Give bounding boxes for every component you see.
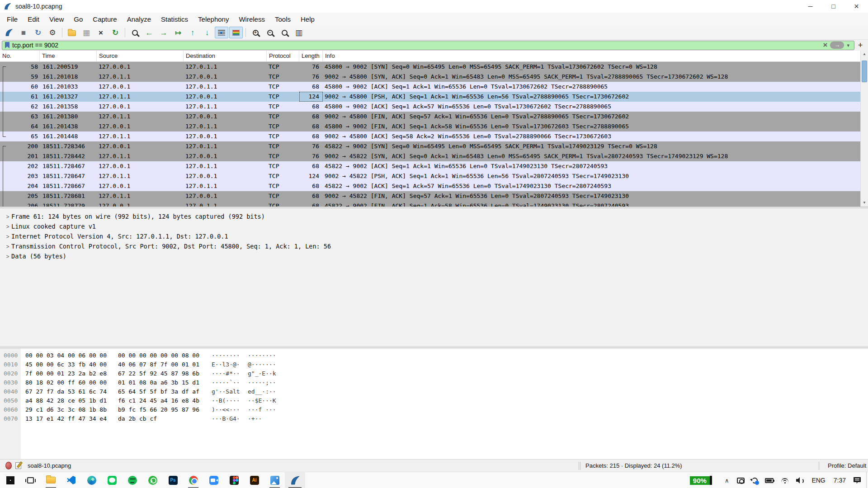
taskbar-spotify[interactable]: [122, 472, 142, 488]
go-to-packet-button[interactable]: ↦: [171, 27, 185, 38]
packet-row-202[interactable]: 20218511.728467127.0.0.1127.0.1.1TCP6845…: [0, 161, 860, 171]
go-first-packet-button[interactable]: ↑: [186, 27, 199, 38]
filter-clear-icon[interactable]: ×: [821, 41, 830, 50]
column-header-no[interactable]: No.: [0, 51, 40, 61]
packet-row-62[interactable]: 62161.201358127.0.0.1127.0.1.1TCP6845800…: [0, 102, 860, 112]
find-packet-button[interactable]: [128, 27, 142, 38]
detail-line-3[interactable]: >Transmission Control Protocol, Src Port…: [0, 241, 868, 251]
colorize-packets-button[interactable]: [229, 27, 243, 38]
zoom-reset-button[interactable]: [278, 27, 291, 38]
language-indicator[interactable]: ENG: [811, 477, 825, 484]
packet-row-206[interactable]: 20618511.728779127.0.0.1127.0.1.1TCP6845…: [0, 201, 860, 206]
menu-statistics[interactable]: Statistics: [156, 13, 193, 26]
status-profile[interactable]: Profile: Default: [828, 462, 866, 469]
taskbar-photos[interactable]: [264, 472, 285, 488]
capture-options-button[interactable]: ⚙: [46, 27, 59, 38]
menu-help[interactable]: Help: [296, 13, 320, 26]
detail-line-2[interactable]: >Internet Protocol Version 4, Src: 127.0…: [0, 231, 868, 241]
menu-go[interactable]: Go: [69, 13, 88, 26]
packet-row-63[interactable]: 63161.201380127.0.1.1127.0.0.1TCP689002 …: [0, 112, 860, 122]
close-button[interactable]: ×: [845, 0, 868, 13]
hex-row-0000[interactable]: 000000 00 03 04 00 06 00 0000 00 00 00 0…: [0, 351, 868, 360]
resize-columns-button[interactable]: ▥: [292, 27, 306, 38]
battery-percent-badge[interactable]: 90%: [690, 476, 710, 485]
open-file-button[interactable]: [65, 27, 79, 38]
go-last-packet-button[interactable]: ↓: [200, 27, 214, 38]
filter-bookmark-icon[interactable]: [5, 42, 9, 48]
restart-capture-button[interactable]: ↻: [31, 27, 45, 38]
packet-row-200[interactable]: 20018511.728346127.0.0.1127.0.1.1TCP7645…: [0, 141, 860, 151]
menu-view[interactable]: View: [44, 13, 69, 26]
taskbar-chrome[interactable]: [183, 472, 203, 488]
clock[interactable]: 7:37: [834, 477, 846, 484]
taskbar-figma[interactable]: [224, 472, 244, 488]
save-file-button[interactable]: ▦: [80, 27, 93, 38]
menu-telephony[interactable]: Telephony: [193, 13, 234, 26]
packet-row-205[interactable]: 20518511.728681127.0.1.1127.0.0.1TCP6890…: [0, 191, 860, 201]
packet-row-61[interactable]: 61161.201327127.0.1.1127.0.0.1TCP1249002…: [0, 92, 860, 102]
expander-icon[interactable]: >: [4, 212, 11, 222]
taskbar-whatsapp[interactable]: [142, 472, 163, 488]
column-header-length[interactable]: Length: [299, 51, 323, 61]
zoom-in-button[interactable]: +: [249, 27, 262, 38]
expert-info-icon[interactable]: [5, 462, 12, 469]
action-center-icon[interactable]: [854, 477, 861, 484]
column-header-info[interactable]: Info: [323, 51, 860, 61]
packet-row-201[interactable]: 20118511.728442127.0.1.1127.0.0.1TCP7690…: [0, 151, 860, 161]
taskbar-line[interactable]: [102, 472, 122, 488]
taskbar-task-view[interactable]: [20, 472, 41, 488]
title-bar[interactable]: soal8-10.pcapng ─ □ ×: [0, 0, 868, 13]
packet-row-59[interactable]: 59161.201018127.0.1.1127.0.0.1TCP769002 …: [0, 72, 860, 82]
hex-row-0070[interactable]: 007013 17 e1 42 ff 47 34 e4da 2b cb cf··…: [0, 414, 868, 423]
zoom-out-button[interactable]: −: [263, 27, 277, 38]
menu-file[interactable]: File: [2, 13, 23, 26]
hex-row-0010[interactable]: 001045 00 00 6c 33 fb 40 0040 06 07 8f 7…: [0, 360, 868, 369]
packet-list-scrollbar[interactable]: ▲ ▼: [860, 51, 868, 206]
reload-file-button[interactable]: ↻: [108, 27, 122, 38]
hex-row-0040[interactable]: 004067 27 f7 da 53 61 6c 7465 64 5f 5f b…: [0, 387, 868, 396]
menu-wireless[interactable]: Wireless: [234, 13, 270, 26]
menu-analyze[interactable]: Analyze: [122, 13, 156, 26]
close-file-button[interactable]: ×: [94, 27, 108, 38]
filter-add-button[interactable]: +: [854, 41, 866, 50]
expander-icon[interactable]: >: [4, 252, 11, 262]
display-filter-input[interactable]: tcp.port == 9002 × → ▾: [2, 41, 854, 50]
taskbar-photoshop[interactable]: Ps: [163, 472, 183, 488]
filter-expression[interactable]: tcp.port == 9002: [12, 42, 821, 49]
detail-line-1[interactable]: >Linux cooked capture v1: [0, 221, 868, 231]
filter-apply-button[interactable]: →: [830, 42, 844, 49]
expander-icon[interactable]: >: [4, 242, 11, 252]
taskbar-illustrator[interactable]: Ai: [244, 472, 264, 488]
column-header-destination[interactable]: Destination: [184, 51, 267, 61]
packet-row-204[interactable]: 20418511.728667127.0.0.1127.0.1.1TCP6845…: [0, 181, 860, 191]
packet-row-64[interactable]: 64161.201438127.0.0.1127.0.1.1TCP6845800…: [0, 122, 860, 131]
wifi-icon[interactable]: [781, 478, 789, 483]
taskbar-file-explorer[interactable]: [41, 472, 61, 488]
packet-row-60[interactable]: 60161.201033127.0.0.1127.0.1.1TCP6845800…: [0, 82, 860, 92]
taskbar-start[interactable]: [0, 472, 20, 488]
taskbar-zoom[interactable]: [203, 472, 224, 488]
start-capture-button[interactable]: [2, 27, 16, 38]
go-forward-button[interactable]: →: [157, 27, 170, 38]
hex-row-0050[interactable]: 0050a4 88 42 28 ce 05 1b d1f6 c1 24 45 a…: [0, 396, 868, 405]
capture-comment-icon[interactable]: [15, 462, 21, 469]
maximize-button[interactable]: □: [822, 0, 845, 13]
sync-status-icon[interactable]: [752, 478, 758, 483]
hex-row-0020[interactable]: 00207f 00 00 01 23 2a b2 e867 22 5f 92 4…: [0, 369, 868, 378]
battery-icon[interactable]: [765, 478, 774, 483]
hex-row-0030[interactable]: 003080 18 02 00 ff 60 00 0001 01 08 0a a…: [0, 378, 868, 387]
packet-row-65[interactable]: 65161.201448127.0.1.1127.0.0.1TCP689002 …: [0, 131, 860, 141]
hex-row-0060[interactable]: 006029 c1 d6 3c 3c 08 1b 8bb9 fc f5 66 2…: [0, 405, 868, 414]
auto-scroll-button[interactable]: [215, 27, 228, 38]
column-header-protocol[interactable]: Protocol: [267, 51, 299, 61]
detail-line-4[interactable]: >Data (56 bytes): [0, 251, 868, 261]
taskbar-vscode[interactable]: [61, 472, 81, 488]
detail-line-0[interactable]: >Frame 61: 124 bytes on wire (992 bits),…: [0, 211, 868, 221]
filter-dropdown-icon[interactable]: ▾: [844, 42, 852, 48]
expander-icon[interactable]: >: [4, 232, 11, 242]
taskbar-wireshark[interactable]: [285, 472, 305, 488]
taskbar-edge[interactable]: [81, 472, 102, 488]
scroll-up-icon[interactable]: ▲: [861, 51, 868, 58]
minimize-button[interactable]: ─: [799, 0, 822, 13]
show-desktop-button[interactable]: [866, 472, 868, 488]
